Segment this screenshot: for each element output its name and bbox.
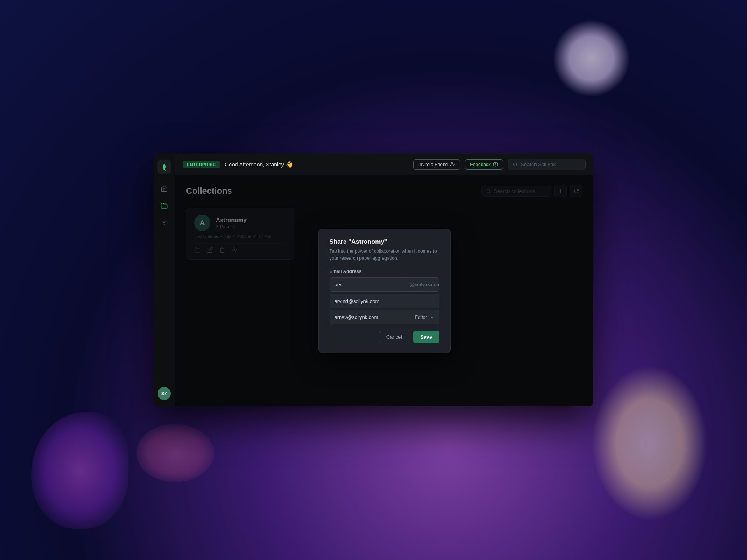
- sidebar: SZ: [154, 154, 175, 406]
- app-logo[interactable]: [157, 160, 171, 174]
- role-selector[interactable]: Editor: [415, 315, 434, 320]
- save-button[interactable]: Save: [413, 331, 439, 343]
- page-content: Collections A: [175, 175, 593, 406]
- navbar: ENTERPRISE Good Afternoon, Stanley 👋 Inv…: [175, 154, 593, 175]
- email-input-wrapper[interactable]: @scilynk.com: [330, 277, 439, 292]
- greeting-text: Good Afternoon, Stanley 👋: [224, 161, 409, 168]
- sidebar-item-filters[interactable]: [157, 216, 171, 230]
- feedback-button[interactable]: Feedback: [465, 159, 503, 170]
- main-content: ENTERPRISE Good Afternoon, Stanley 👋 Inv…: [175, 154, 593, 406]
- modal-title: Share "Astronomy": [330, 238, 439, 245]
- email-suggestion[interactable]: arvind@scilynk.com: [330, 294, 439, 308]
- svg-point-3: [451, 163, 453, 164]
- email-domain: @scilynk.com: [405, 278, 439, 291]
- share-modal: Share "Astronomy" Tap into the power of …: [318, 229, 451, 353]
- svg-line-10: [516, 165, 517, 166]
- role-label: Editor: [415, 315, 427, 320]
- enterprise-badge[interactable]: ENTERPRISE: [183, 161, 220, 168]
- shared-user-row: arnav@scilynk.com Editor: [330, 310, 439, 324]
- email-label: Email Address: [330, 269, 439, 274]
- app-window: SZ ENTERPRISE Good Afternoon, Stanley 👋 …: [154, 154, 593, 406]
- cancel-button[interactable]: Cancel: [379, 331, 409, 343]
- invite-friend-button[interactable]: Invite a Friend: [413, 159, 460, 170]
- sidebar-item-collections[interactable]: [157, 199, 171, 213]
- email-input[interactable]: [330, 278, 405, 291]
- wave-emoji: 👋: [286, 161, 293, 168]
- modal-footer: Cancel Save: [330, 331, 439, 343]
- svg-point-9: [514, 163, 517, 166]
- global-search[interactable]: [508, 159, 586, 170]
- search-icon: [513, 162, 517, 167]
- chevron-down-icon: [430, 315, 434, 320]
- search-input[interactable]: [521, 161, 580, 167]
- user-avatar[interactable]: SZ: [158, 387, 171, 400]
- sidebar-item-home[interactable]: [157, 182, 171, 196]
- modal-overlay: Share "Astronomy" Tap into the power of …: [175, 175, 593, 406]
- shared-user-email: arnav@scilynk.com: [335, 314, 379, 320]
- modal-subtitle: Tap into the power of collaboration when…: [330, 248, 439, 262]
